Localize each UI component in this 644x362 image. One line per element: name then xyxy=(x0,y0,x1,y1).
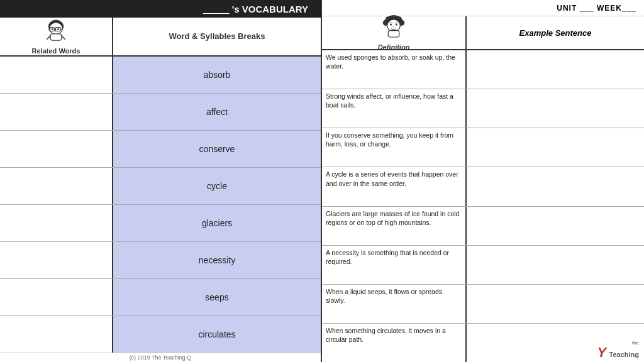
example-cell xyxy=(467,89,644,128)
vocab-row: necessity xyxy=(0,242,321,279)
column-headers: Related Words Word & Syllables Breaks xyxy=(0,18,321,55)
example-cell xyxy=(467,207,644,245)
word-cell: affect xyxy=(113,94,321,130)
definition-text: When a liquid seeps, it flows or spreads… xyxy=(326,287,462,305)
definition-text: Strong winds affect, or influence, how f… xyxy=(326,92,462,109)
unit-week-bar: UNIT ___ WEEK___ xyxy=(322,0,644,16)
vocab-row: glaciers xyxy=(0,205,321,242)
svg-point-7 xyxy=(52,28,53,30)
logo-main-text: Y Teaching xyxy=(597,346,639,359)
footer-text: (c) 2019 The Teaching Q xyxy=(130,354,192,361)
definition-rows: We used sponges to absorb, or soak up, t… xyxy=(322,50,644,362)
svg-point-21 xyxy=(393,26,395,28)
svg-point-20 xyxy=(396,24,397,26)
definition-cell: A cycle is a series of events that happe… xyxy=(322,167,467,206)
def-row: A necessity is something that is needed … xyxy=(322,246,644,285)
vocab-row: cycle xyxy=(0,168,321,205)
left-footer: (c) 2019 The Teaching Q xyxy=(0,353,321,362)
word-cell: seeps xyxy=(113,279,321,315)
example-sentence-header: Example Sentence xyxy=(467,16,644,49)
word-label: circulates xyxy=(198,329,235,339)
definition-text: A necessity is something that is needed … xyxy=(326,248,462,266)
unit-week-label: UNIT ___ WEEK___ xyxy=(557,4,636,13)
def-row: A cycle is a series of events that happe… xyxy=(322,167,644,206)
word-label: cycle xyxy=(207,181,227,191)
vocabulary-rows: absorb affect conserve cycle glaciers ne… xyxy=(0,57,321,353)
title-underline: _____ xyxy=(203,4,230,14)
svg-point-19 xyxy=(390,24,392,26)
right-col-headers: Definition Example Sentence xyxy=(322,16,644,49)
word-cell: absorb xyxy=(113,57,321,93)
svg-line-12 xyxy=(62,36,65,40)
vocab-row: seeps xyxy=(0,279,321,316)
vocabulary-title: 's VOCABULARY xyxy=(232,4,308,14)
character-right-icon xyxy=(380,14,408,42)
definition-cell: Strong winds affect, or influence, how f… xyxy=(322,89,467,128)
character-right: Definition xyxy=(378,14,410,51)
svg-point-9 xyxy=(55,31,57,32)
vocab-row: affect xyxy=(0,94,321,131)
word-cell: circulates xyxy=(113,316,321,353)
left-header: _____ 's VOCABULARY xyxy=(0,0,321,57)
right-panel: UNIT ___ WEEK___ xyxy=(322,0,644,362)
def-row: If you conserve something, you keep it f… xyxy=(322,128,644,167)
related-cell xyxy=(0,57,113,93)
word-syllables-label: Word & Syllables Breaks xyxy=(169,31,265,42)
definition-header: Definition xyxy=(322,16,467,49)
example-cell: the Y Teaching xyxy=(467,324,644,362)
definition-text: A cycle is a series of events that happe… xyxy=(326,170,462,187)
word-cell: conserve xyxy=(113,131,321,167)
teaching-logo: the Y Teaching xyxy=(597,340,639,359)
definition-cell: When something circulates, it moves in a… xyxy=(322,324,467,362)
definition-cell: Glaciers are large masses of ice found i… xyxy=(322,207,467,245)
vocab-row: absorb xyxy=(0,57,321,94)
logo-small-label: the xyxy=(632,340,639,346)
def-row: Glaciers are large masses of ice found i… xyxy=(322,207,644,246)
def-row: We used sponges to absorb, or soak up, t… xyxy=(322,50,644,89)
word-label: seeps xyxy=(205,292,228,302)
word-label: absorb xyxy=(204,70,231,80)
left-panel: _____ 's VOCABULARY xyxy=(0,0,322,362)
definition-cell: A necessity is something that is needed … xyxy=(322,246,467,284)
character-left-icon xyxy=(42,18,70,46)
related-cell xyxy=(0,131,113,167)
word-label: glaciers xyxy=(202,218,232,228)
related-cell xyxy=(0,242,113,278)
svg-rect-10 xyxy=(50,34,62,40)
def-row: When something circulates, it moves in a… xyxy=(322,324,644,362)
svg-point-8 xyxy=(57,28,59,30)
word-label: affect xyxy=(206,107,228,117)
def-row: When a liquid seeps, it flows or spreads… xyxy=(322,285,644,324)
example-cell xyxy=(467,50,644,89)
definition-cell: When a liquid seeps, it flows or spreads… xyxy=(322,285,467,323)
definition-text: We used sponges to absorb, or soak up, t… xyxy=(326,53,462,70)
related-cell xyxy=(0,279,113,315)
character-left: Related Words xyxy=(32,18,80,55)
definition-text: Glaciers are large masses of ice found i… xyxy=(326,209,462,227)
right-header: UNIT ___ WEEK___ xyxy=(322,0,644,50)
word-syllables-header: Word & Syllables Breaks xyxy=(113,18,321,55)
related-cell xyxy=(0,168,113,204)
example-sentence-label: Example Sentence xyxy=(519,28,592,38)
related-words-header: Related Words xyxy=(0,18,113,55)
def-row: Strong winds affect, or influence, how f… xyxy=(322,89,644,128)
example-cell xyxy=(467,128,644,167)
example-cell xyxy=(467,246,644,284)
related-cell xyxy=(0,205,113,241)
related-words-label: Related Words xyxy=(32,47,80,55)
definition-cell: If you conserve something, you keep it f… xyxy=(322,128,467,167)
word-cell: glaciers xyxy=(113,205,321,241)
word-cell: cycle xyxy=(113,168,321,204)
definition-cell: We used sponges to absorb, or soak up, t… xyxy=(322,50,467,89)
example-cell xyxy=(467,285,644,323)
definition-text: When something circulates, it moves in a… xyxy=(326,326,462,344)
definition-text: If you conserve something, you keep it f… xyxy=(326,131,462,148)
title-bar: _____ 's VOCABULARY xyxy=(0,0,321,18)
vocab-row: conserve xyxy=(0,131,321,168)
svg-rect-22 xyxy=(388,31,399,37)
example-cell xyxy=(467,167,644,206)
word-label: conserve xyxy=(199,144,235,154)
word-label: necessity xyxy=(199,255,235,265)
svg-line-11 xyxy=(47,36,50,40)
related-cell xyxy=(0,94,113,130)
